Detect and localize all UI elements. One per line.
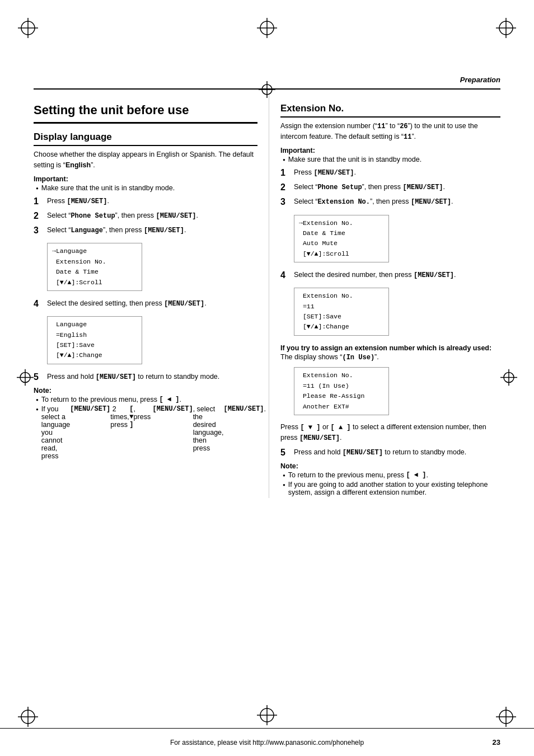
note-bullet-right-1: To return to the previous menu, press [ … xyxy=(280,471,500,479)
corner-mark-bl xyxy=(17,706,39,728)
page: Preparation Setting the unit before use … xyxy=(0,0,534,756)
step-num-right-2: 2 xyxy=(280,182,289,192)
code-line-l2-3: [SET]:Save xyxy=(52,341,95,349)
already-used-label: If you try to assign an extension number… xyxy=(280,344,500,354)
code-line-l2-1: Language xyxy=(52,321,87,328)
step-right-1: 1 Press [MENU/SET]. xyxy=(280,167,500,178)
code-line-l1-4: [▼/▲]:Scroll xyxy=(52,279,102,286)
code-line-r2-1: Extension No. xyxy=(299,292,353,299)
code-line-r3-3: Please Re-Assign xyxy=(299,392,364,400)
code-box-left-2: Language =English [SET]:Save [▼/▲]:Chang… xyxy=(47,316,142,364)
code-line-r1-3: Auto Mute xyxy=(299,240,338,247)
code-line-r2-2: =11 xyxy=(299,303,315,310)
kbd-menu-set-ln2d: [MENU/SET] xyxy=(224,405,264,413)
step-left-3: 3 Select “Language”, then press [MENU/SE… xyxy=(34,225,257,236)
step-num-right-4: 4 xyxy=(280,270,289,280)
step-num-left-1: 1 xyxy=(34,196,43,206)
code-line-r3-2: =11 (In Use) xyxy=(299,382,349,389)
kbd-menu-set-l5: [MENU/SET] xyxy=(96,373,136,381)
important-bullet-right-1: Make sure that the unit is in standby mo… xyxy=(280,156,500,163)
step-left-4: 4 Select the desired setting, then press… xyxy=(34,298,257,309)
step-right-2: 2 Select “Phone Setup”, then press [MENU… xyxy=(280,182,500,192)
code-line-l1-1: →Language xyxy=(52,247,87,255)
step-num-left-3: 3 xyxy=(34,225,43,236)
note-bullet-right-2: If you are going to add another station … xyxy=(280,481,500,496)
kbd-menu-set-l4: [MENU/SET] xyxy=(164,300,204,308)
code-box-right-3: Extension No. =11 (In Use) Please Re-Ass… xyxy=(294,367,389,415)
kbd-menu-set-r4: [MENU/SET] xyxy=(414,271,454,279)
header-section-label: Preparation xyxy=(460,76,500,84)
kbd-up-r: [ ▲ ] xyxy=(331,424,351,431)
kbd-down-r: [ ▼ ] xyxy=(300,424,320,431)
important-bullet-left-1: Make sure that the unit is in standby mo… xyxy=(34,184,257,192)
code-box-right-1: →Extension No. Date & Time Auto Mute [▼/… xyxy=(294,215,389,263)
step-right-5: 5 Press and hold [MENU/SET] to return to… xyxy=(280,447,500,458)
kbd-menu-set-l2: [MENU/SET] xyxy=(156,212,196,220)
kbd-default-11: 11 xyxy=(404,133,411,141)
kbd-menu-set-ln2c: [MENU/SET] xyxy=(153,405,193,413)
left-center-mark xyxy=(17,369,34,387)
step-content-left-1: Press [MENU/SET]. xyxy=(47,196,257,206)
code-line-r1-2: Date & Time xyxy=(299,229,345,237)
kbd-menu-set-l3: [MENU/SET] xyxy=(144,227,184,234)
step-right-3: 3 Select “Extension No.”, then press [ME… xyxy=(280,196,500,207)
step-num-left-4: 4 xyxy=(34,298,43,309)
step-content-left-3: Select “Language”, then press [MENU/SET]… xyxy=(47,225,257,236)
code-line-l2-2: =English xyxy=(52,331,87,339)
extension-no-title: Extension No. xyxy=(280,103,500,118)
already-used-text: The display shows “(In Use)”. xyxy=(280,353,500,361)
extension-no-intro: Assign the extension number (“11” to “26… xyxy=(280,121,500,142)
code-line-r3-1: Extension No. xyxy=(299,372,353,379)
main-content: Setting the unit before use Display lang… xyxy=(0,95,534,498)
code-line-r1-4: [▼/▲]:Scroll xyxy=(299,250,349,257)
code-line-r2-4: [▼/▲]:Change xyxy=(299,323,349,330)
note-label-right: Note: xyxy=(280,462,500,470)
step-content-right-1: Press [MENU/SET]. xyxy=(294,167,500,178)
kbd-menu-set-r5: [MENU/SET] xyxy=(343,449,383,457)
code-line-r1-1: →Extension No. xyxy=(299,219,353,227)
note-bullet-left-2: If you select a language you cannot read… xyxy=(34,405,257,460)
code-line-l2-4: [▼/▲]:Change xyxy=(52,351,102,359)
display-language-intro: Choose whether the display appears in En… xyxy=(34,149,257,171)
code-box-right-2: Extension No. =11 [SET]:Save [▼/▲]:Chang… xyxy=(294,288,389,336)
footer-text: For assistance, please visit http://www.… xyxy=(170,739,364,746)
note-label-left: Note: xyxy=(34,387,257,395)
kbd-menu-set-l1: [MENU/SET] xyxy=(67,198,107,205)
right-column: Extension No. Assign the extension numbe… xyxy=(269,95,500,498)
step-content-right-2: Select “Phone Setup”, then press [MENU/S… xyxy=(294,182,500,192)
step-content-right-5: Press and hold [MENU/SET] to return to s… xyxy=(294,447,500,458)
kbd-phone-setup-r: Phone Setup xyxy=(317,184,362,191)
important-label-left: Important: xyxy=(34,175,257,183)
step-content-left-5: Press and hold [MENU/SET] to return to s… xyxy=(47,372,257,382)
kbd-down-ln2b: [ ▼ ] xyxy=(129,405,133,429)
step-content-left-2: Select “Phone Setup”, then press [MENU/S… xyxy=(47,210,257,221)
kbd-menu-set-r2: [MENU/SET] xyxy=(403,184,443,191)
kbd-menu-set-r-after: [MENU/SET] xyxy=(299,434,340,442)
after-in-use-text: Press [ ▼ ] or [ ▲ ] to select a differe… xyxy=(280,422,500,443)
code-box-left-1: →Language Extension No. Date & Time [▼/▲… xyxy=(47,243,142,291)
kbd-phone-setup-l: Phone Setup xyxy=(71,212,115,220)
kbd-back-r1: [ ◄ ] xyxy=(406,471,426,479)
important-label-right: Important: xyxy=(280,147,500,154)
kbd-menu-set-ln2a: [MENU/SET] xyxy=(70,405,110,413)
header: Preparation xyxy=(34,0,500,90)
kbd-11-intro: 11 xyxy=(377,123,385,130)
step-num-left-5: 5 xyxy=(34,372,43,382)
main-title: Setting the unit before use xyxy=(34,103,257,124)
kbd-back-l1: [ ◄ ] xyxy=(159,396,179,403)
kbd-26-intro: 26 xyxy=(400,123,407,130)
display-language-title: Display language xyxy=(34,132,257,146)
step-num-right-5: 5 xyxy=(280,447,289,458)
note-bullet-left-1: To return to the previous menu, press [ … xyxy=(34,396,257,403)
step-left-5: 5 Press and hold [MENU/SET] to return to… xyxy=(34,372,257,382)
code-line-r3-4: Another EXT# xyxy=(299,403,349,410)
code-line-l1-3: Date & Time xyxy=(52,268,99,275)
right-center-mark xyxy=(500,369,517,387)
corner-mark-bc xyxy=(256,704,278,728)
corner-mark-br xyxy=(495,706,517,728)
step-content-right-4: Select the desired number, then press [M… xyxy=(294,270,500,280)
step-num-left-2: 2 xyxy=(34,210,43,221)
step-content-right-3: Select “Extension No.”, then press [MENU… xyxy=(294,196,500,207)
step-left-2: 2 Select “Phone Setup”, then press [MENU… xyxy=(34,210,257,221)
page-number: 23 xyxy=(493,738,500,746)
